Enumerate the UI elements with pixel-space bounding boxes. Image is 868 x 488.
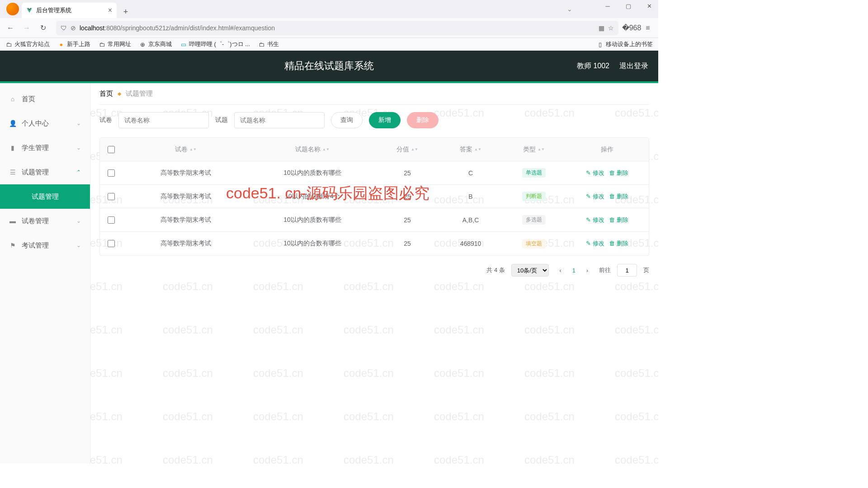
bookmark-item[interactable]: 🗀火狐官方站点: [5, 40, 50, 48]
table-row: 高等数学期末考试10以内的合数有4个25B判断题✎ 修改🗑 删除: [100, 185, 649, 208]
chevron-down-icon: ⌄: [76, 218, 81, 224]
crumb-home[interactable]: 首页: [99, 89, 113, 98]
tab-close-icon[interactable]: ×: [108, 6, 112, 14]
cell-paper: 高等数学期末考试: [123, 239, 249, 248]
col-paper[interactable]: 试卷▲▼: [123, 145, 249, 154]
sort-icon: ▲▼: [411, 148, 418, 151]
cell-score: 25: [376, 240, 439, 247]
firefox-logo-icon: [6, 3, 19, 15]
row-delete-button[interactable]: 🗑 删除: [609, 169, 628, 177]
row-checkbox[interactable]: [108, 240, 115, 247]
sidebar-item-student[interactable]: ▮ 学生管理 ⌄: [0, 136, 90, 160]
edit-button[interactable]: ✎ 修改: [586, 216, 604, 224]
mobile-icon: ▯: [597, 41, 604, 48]
chevron-down-icon: ⌄: [76, 242, 81, 249]
pager-goto-input[interactable]: [617, 264, 637, 277]
cell-answer: A,B,C: [439, 216, 502, 224]
firefox-icon: ●: [58, 41, 65, 48]
edit-button[interactable]: ✎ 修改: [586, 192, 604, 201]
col-answer[interactable]: 答案▲▼: [439, 145, 502, 154]
row-checkbox[interactable]: [108, 169, 115, 177]
jd-icon: ⊕: [139, 41, 146, 48]
row-checkbox[interactable]: [108, 216, 115, 224]
bookmark-item[interactable]: ●新手上路: [58, 40, 90, 48]
sort-icon: ▲▼: [189, 148, 197, 151]
pager-next-icon[interactable]: ›: [582, 265, 593, 276]
row-delete-button[interactable]: 🗑 删除: [609, 216, 628, 224]
cell-score: 25: [376, 216, 439, 224]
browser-tab[interactable]: 后台管理系统 ×: [22, 3, 117, 18]
row-delete-button[interactable]: 🗑 删除: [609, 192, 628, 201]
app-title: 精品在线试题库系统: [284, 59, 374, 73]
checkbox-all[interactable]: [108, 146, 115, 153]
row-checkbox[interactable]: [108, 193, 115, 200]
nav-reload-button[interactable]: ↻: [36, 21, 50, 35]
col-ops: 操作: [566, 145, 649, 154]
table-row: 高等数学期末考试10以内的质数有哪些25C单选题✎ 修改🗑 删除: [100, 161, 649, 185]
nav-forward-button[interactable]: →: [20, 21, 33, 35]
pager-prev-icon[interactable]: ‹: [555, 265, 566, 276]
sidebar-item-question[interactable]: ☰ 试题管理 ⌃: [0, 160, 90, 184]
window-minimize-icon[interactable]: ─: [601, 3, 614, 9]
home-icon: ⌂: [9, 95, 16, 103]
chevron-down-icon: ⌄: [76, 120, 81, 127]
window-close-icon[interactable]: ✕: [643, 3, 656, 9]
bookmark-item[interactable]: ⊕京东商城: [139, 40, 172, 48]
window-maximize-icon[interactable]: ▢: [622, 3, 635, 9]
user-icon: 👤: [9, 120, 16, 127]
cell-score: 25: [376, 169, 439, 177]
new-tab-button[interactable]: +: [119, 5, 132, 18]
col-score[interactable]: 分值▲▼: [376, 145, 439, 154]
edit-button[interactable]: ✎ 修改: [586, 239, 604, 248]
edit-button[interactable]: ✎ 修改: [586, 169, 604, 177]
list-icon: ☰: [9, 169, 16, 176]
pager-current[interactable]: 1: [572, 267, 576, 274]
extensions-icon[interactable]: �968: [625, 21, 638, 35]
filter-label-question: 试题: [215, 116, 228, 124]
qr-icon[interactable]: ▦: [599, 24, 604, 32]
sidebar-item-paper[interactable]: ▬ 试卷管理 ⌄: [0, 209, 90, 233]
ticket-icon: ▬: [9, 217, 16, 225]
pager-goto-label: 前往: [599, 266, 611, 274]
bookmark-mobile[interactable]: ▯移动设备上的书签: [597, 40, 653, 48]
shield-icon: 🛡: [61, 24, 67, 32]
col-question[interactable]: 试题名称▲▼: [249, 145, 376, 154]
cell-paper: 高等数学期末考试: [123, 192, 249, 201]
pager-size-select[interactable]: 10条/页: [511, 264, 549, 277]
pager-total: 共 4 条: [486, 266, 505, 274]
cell-answer: C: [439, 169, 502, 177]
bilibili-icon: ▭: [180, 41, 187, 48]
sort-icon: ▲▼: [474, 148, 481, 151]
cell-score: 25: [376, 193, 439, 200]
bookmark-item[interactable]: 🗀常用网址: [99, 40, 131, 48]
menu-icon[interactable]: ≡: [641, 21, 655, 35]
bookmark-item[interactable]: ▭哔哩哔哩 (゜-゜)つロ ...: [180, 40, 250, 48]
search-button[interactable]: 查询: [331, 112, 363, 128]
bookmark-star-icon[interactable]: ☆: [608, 24, 614, 32]
sidebar-subitem-question[interactable]: 试题管理: [0, 184, 90, 209]
row-delete-button[interactable]: 🗑 删除: [609, 239, 628, 248]
col-type[interactable]: 类型▲▼: [502, 145, 566, 154]
bookmark-item[interactable]: 🗀书生: [258, 40, 279, 48]
chevron-down-icon: ⌄: [76, 145, 81, 151]
breadcrumb: 首页 ◆ 试题管理: [99, 83, 649, 105]
tab-title: 后台管理系统: [36, 6, 71, 14]
cell-type: 单选题: [502, 168, 566, 178]
sort-icon: ▲▼: [322, 148, 330, 151]
sidebar-item-exam[interactable]: ⚑ 考试管理 ⌄: [0, 233, 90, 258]
add-button[interactable]: 新增: [369, 112, 401, 128]
flag-icon: ⚑: [9, 242, 16, 249]
chevron-down-icon[interactable]: ⌄: [567, 5, 572, 13]
lock-slash-icon: ⊘: [71, 24, 76, 32]
filter-input-question[interactable]: [234, 112, 325, 128]
filter-input-paper[interactable]: [118, 112, 209, 128]
pager-page-suffix: 页: [643, 266, 649, 274]
sidebar-item-profile[interactable]: 👤 个人中心 ⌄: [0, 111, 90, 136]
nav-back-button[interactable]: ←: [4, 21, 17, 35]
logout-button[interactable]: 退出登录: [619, 61, 648, 71]
sidebar-home[interactable]: ⌂ 首页: [0, 87, 90, 111]
delete-button[interactable]: 删除: [407, 112, 439, 128]
cell-question: 10以内的质数有哪些: [249, 216, 376, 224]
address-bar[interactable]: 🛡 ⊘ localhost:8080/springbootu521z/admin…: [56, 21, 618, 35]
chevron-up-icon: ⌃: [76, 169, 81, 175]
